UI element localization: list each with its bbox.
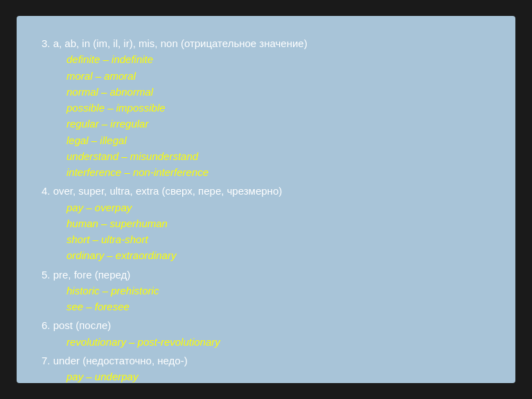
example-line: ordinary – extraordinary xyxy=(42,247,490,263)
example-line: see – foresee xyxy=(42,299,490,314)
slide: 3. a, ab, in (im, il, ir), mis, non (отр… xyxy=(17,16,515,383)
example-line: possible – impossible xyxy=(42,100,490,116)
section-3: 3. a, ab, in (im, il, ir), mis, non (отр… xyxy=(42,35,490,180)
example-line: short – ultra-short xyxy=(42,231,490,247)
example-line: definite – indefinite xyxy=(42,51,490,67)
section-4: 4. over, super, ultra, extra (сверх, пер… xyxy=(42,183,490,263)
slide-content: 3. a, ab, in (im, il, ir), mis, non (отр… xyxy=(42,35,490,387)
section-7: 7. under (недостаточно, недо-) pay – und… xyxy=(42,353,490,385)
section-3-header: 3. a, ab, in (im, il, ir), mis, non (отр… xyxy=(42,37,308,49)
section-4-header: 4. over, super, ultra, extra (сверх, пер… xyxy=(42,185,282,197)
example-line: legal – illegal xyxy=(42,132,490,148)
section-5: 5. pre, fore (перед) historic – prehisto… xyxy=(42,267,490,315)
example-line: understand – misunderstand xyxy=(42,148,490,164)
section-5-header: 5. pre, fore (перед) xyxy=(42,269,130,281)
example-line: historic – prehistoric xyxy=(42,283,490,299)
example-line: regular – irregular xyxy=(42,116,490,132)
section-6-header: 6. post (после) xyxy=(42,319,111,331)
example-line: normal – abnormal xyxy=(42,84,490,100)
example-line: interference – non-interference xyxy=(42,164,490,180)
section-6: 6. post (после) revolutionary – post-rev… xyxy=(42,317,490,350)
example-line: revolutionary – post-revolutionary xyxy=(42,334,490,350)
example-line: human – superhuman xyxy=(42,215,490,231)
section-7-header: 7. under (недостаточно, недо-) xyxy=(42,355,188,366)
example-line: pay – overpay xyxy=(42,200,490,215)
example-line: pay – underpay xyxy=(42,369,490,384)
example-line: moral – amoral xyxy=(42,68,490,84)
